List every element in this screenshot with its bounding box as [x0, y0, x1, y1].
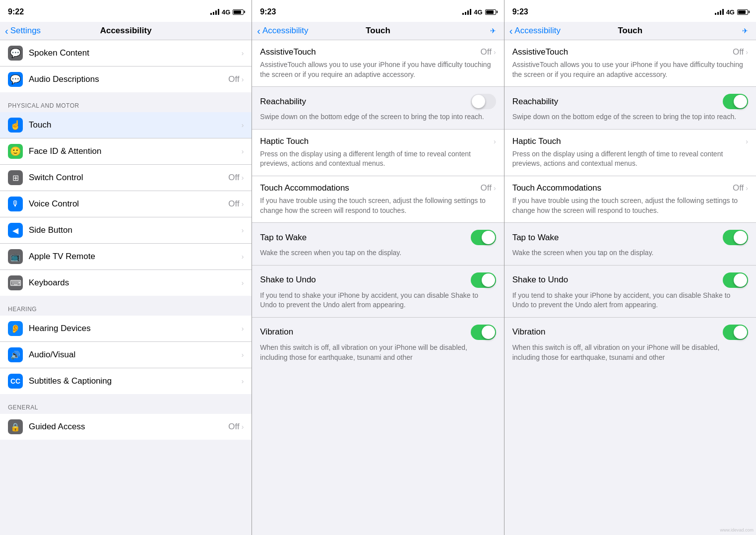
taptowake-toggle-1[interactable]: [471, 230, 496, 245]
group-vision: 💬 Spoken Content › 💬 Audio Descriptions …: [0, 40, 252, 92]
nav-bar-1: ‹ Settings Accessibility: [0, 22, 252, 40]
touchacc-value-2: Off: [733, 183, 744, 193]
status-right-2: 4G: [462, 8, 496, 16]
vibration-desc-1: When this switch is off, all vibration o…: [260, 343, 496, 362]
audio-descriptions-label: Audio Descriptions: [29, 74, 228, 84]
haptictouch-item-2[interactable]: Haptic Touch › Press on the display usin…: [504, 130, 756, 176]
item-switch-control[interactable]: ⊞ Switch Control Off ›: [0, 165, 252, 191]
shakeundo-desc-1: If you tend to shake your iPhone by acci…: [260, 291, 496, 310]
item-keyboards[interactable]: ⌨ Keyboards ›: [0, 270, 252, 296]
assistivetouch-value-2: Off: [733, 47, 744, 57]
assistivetouch-row-2: AssistiveTouch Off ›: [512, 47, 748, 57]
status-right-1: 4G: [210, 8, 244, 16]
assistivetouch-item-1[interactable]: AssistiveTouch Off › AssistiveTouch allo…: [252, 40, 504, 87]
haptictouch-chevron-2: ›: [746, 137, 748, 145]
keyboards-icon: ⌨: [8, 275, 23, 290]
vibration-toggle-1[interactable]: [471, 325, 496, 340]
side-button-icon: ◀: [8, 223, 23, 238]
assistivetouch-item-2[interactable]: AssistiveTouch Off › AssistiveTouch allo…: [504, 40, 756, 87]
back-chevron-icon-3: ‹: [509, 25, 513, 37]
touch-label: Touch: [29, 120, 242, 130]
item-touch[interactable]: ☝ Touch ›: [0, 112, 252, 138]
appletv-icon: 📺: [8, 249, 23, 264]
subtitles-icon: CC: [8, 374, 23, 389]
taptowake-toggle-2[interactable]: [723, 230, 748, 245]
back-button-1[interactable]: ‹ Settings: [5, 25, 41, 37]
reachability-toggle-2[interactable]: [723, 94, 748, 109]
toggle-knob: [734, 231, 747, 244]
assistivetouch-chevron-2: ›: [746, 48, 748, 56]
status-bar-2: 9:23 4G: [252, 0, 504, 22]
signal-icon-1: [210, 9, 219, 15]
signal-icon-3: [715, 9, 724, 15]
assistivetouch-title-2: AssistiveTouch: [512, 47, 568, 57]
back-label-1[interactable]: Settings: [10, 26, 41, 36]
item-audio-visual[interactable]: 🔊 Audio/Visual ›: [0, 342, 252, 368]
touchacc-desc-1: If you have trouble using the touch scre…: [260, 196, 496, 215]
touch-list-2: AssistiveTouch Off › AssistiveTouch allo…: [504, 40, 756, 535]
item-side-button[interactable]: ◀ Side Button ›: [0, 217, 252, 244]
haptictouch-item-1[interactable]: Haptic Touch › Press on the display usin…: [252, 130, 504, 176]
audio-descriptions-icon: 💬: [8, 72, 23, 87]
touchacc-chevron-2: ›: [746, 184, 748, 192]
switch-control-value: Off: [228, 173, 239, 183]
item-audio-descriptions[interactable]: 💬 Audio Descriptions Off ›: [0, 67, 252, 92]
guided-access-icon: 🔒: [8, 419, 23, 434]
subtitles-chevron: ›: [242, 377, 244, 385]
taptowake-title-1: Tap to Wake: [260, 233, 307, 243]
battery-icon-1: [233, 9, 244, 15]
item-guided-access[interactable]: 🔒 Guided Access Off ›: [0, 414, 252, 440]
battery-icon-2: [485, 9, 496, 15]
voice-control-icon: 🎙: [8, 197, 23, 211]
shakeundo-toggle-1[interactable]: [471, 272, 496, 288]
guided-chevron: ›: [242, 423, 244, 431]
hearing-devices-icon: 👂: [8, 321, 23, 336]
shakeundo-item-2: Shake to Undo If you tend to shake your …: [504, 266, 756, 318]
nav-title-2: Touch: [366, 26, 390, 36]
taptowake-title-2: Tap to Wake: [512, 233, 559, 243]
touch-icon: ☝: [8, 118, 23, 133]
switch-chevron: ›: [242, 174, 244, 182]
taptowake-row-2: Tap to Wake: [512, 230, 748, 245]
status-bar-3: 9:23 4G: [504, 0, 756, 22]
reachability-item-1: Reachability Swipe down on the bottom ed…: [252, 87, 504, 130]
watermark: www.idevad.com: [720, 528, 754, 533]
assistivetouch-chevron-1: ›: [494, 48, 496, 56]
touchacc-item-2[interactable]: Touch Accommodations Off › If you have t…: [504, 176, 756, 223]
touch-list-1: AssistiveTouch Off › AssistiveTouch allo…: [252, 40, 504, 535]
touchacc-item-1[interactable]: Touch Accommodations Off › If you have t…: [252, 176, 504, 223]
haptictouch-title-2: Haptic Touch: [512, 136, 561, 146]
switch-control-label: Switch Control: [29, 173, 228, 183]
shakeundo-title-1: Shake to Undo: [260, 275, 315, 285]
back-label-3[interactable]: Accessibility: [514, 26, 561, 36]
shakeundo-toggle-2[interactable]: [723, 272, 748, 288]
back-label-2[interactable]: Accessibility: [262, 26, 309, 36]
assistivetouch-desc-2: AssistiveTouch allows you to use your iP…: [512, 60, 748, 79]
shakeundo-desc-2: If you tend to shake your iPhone by acci…: [512, 291, 748, 310]
item-voice-control[interactable]: 🎙 Voice Control Off ›: [0, 191, 252, 217]
haptictouch-title-1: Haptic Touch: [260, 136, 309, 146]
reachability-row-1: Reachability: [260, 94, 496, 109]
back-button-3[interactable]: ‹ Accessibility: [509, 25, 561, 37]
reachability-row-2: Reachability: [512, 94, 748, 109]
haptictouch-chevron-1: ›: [494, 137, 496, 145]
touchacc-chevron-1: ›: [494, 184, 496, 192]
vibration-toggle-2[interactable]: [723, 325, 748, 340]
item-spoken-content[interactable]: 💬 Spoken Content ›: [0, 40, 252, 67]
item-faceid[interactable]: 🙂 Face ID & Attention ›: [0, 138, 252, 165]
section-general-header: GENERAL: [0, 394, 252, 414]
time-3: 9:23: [512, 7, 528, 16]
toggle-knob: [482, 231, 495, 244]
reachability-title-1: Reachability: [260, 97, 306, 107]
back-button-2[interactable]: ‹ Accessibility: [257, 25, 308, 37]
item-hearing-devices[interactable]: 👂 Hearing Devices ›: [0, 316, 252, 342]
spoken-content-label: Spoken Content: [29, 48, 242, 58]
reachability-toggle-1[interactable]: [471, 94, 496, 109]
item-subtitles[interactable]: CC Subtitles & Captioning ›: [0, 368, 252, 394]
vibration-desc-2: When this switch is off, all vibration o…: [512, 343, 748, 362]
haptictouch-desc-2: Press on the display using a different l…: [512, 149, 748, 169]
item-appletv-remote[interactable]: 📺 Apple TV Remote ›: [0, 244, 252, 270]
reachability-item-2: Reachability Swipe down on the bottom ed…: [504, 87, 756, 130]
touchacc-right-1: Off ›: [481, 183, 496, 193]
vibration-row-1: Vibration: [260, 325, 496, 340]
